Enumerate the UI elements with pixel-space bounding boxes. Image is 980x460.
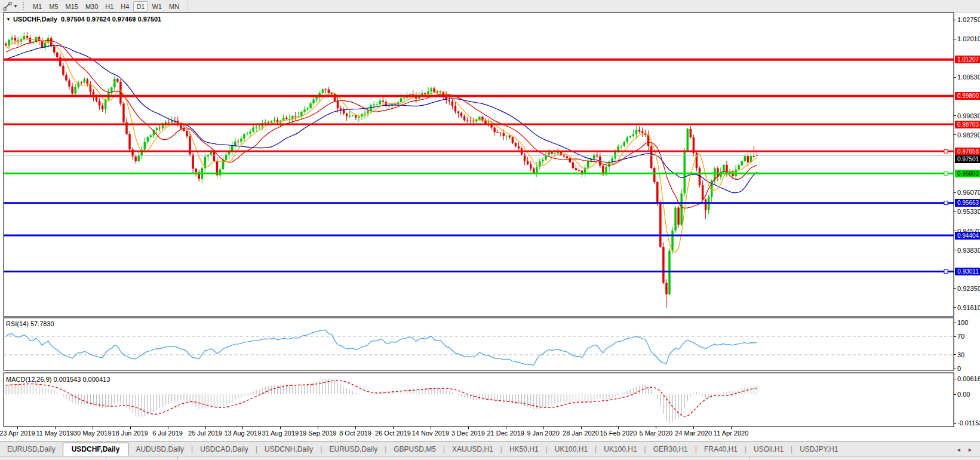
chart-title: ▼USDCHF,Daily 0.97504 0.97624 0.97469 0.…	[6, 16, 161, 23]
tab-USDCNH-Daily[interactable]: USDCNH,Daily	[257, 443, 320, 456]
macd-axis-label: -0.011531	[957, 419, 980, 427]
price-axis-label: 0.91610	[957, 304, 980, 311]
tab-EURUSD-Daily[interactable]: EURUSD,Daily	[322, 443, 385, 456]
date-axis-tick	[205, 427, 206, 429]
date-axis-label: 11 Apr 2020	[703, 430, 758, 437]
tab-FRA40-H1[interactable]: FRA40,H1	[697, 443, 745, 456]
price-axis-tick	[954, 211, 956, 212]
horizontal-level-lines[interactable]	[4, 60, 954, 274]
tab-UK100-H1[interactable]: UK100,H1	[548, 443, 595, 456]
level-price-label[interactable]: 0.99800	[955, 92, 980, 100]
level-price-label[interactable]: 0.93011	[955, 268, 980, 275]
tab-USDCAD-Daily[interactable]: USDCAD,Daily	[193, 443, 256, 456]
date-axis-tick	[242, 427, 243, 429]
price-axis-tick	[954, 39, 956, 39]
macd-axis-tick	[954, 394, 956, 395]
tab-USDCHF-Daily[interactable]: USDCHF,Daily	[63, 443, 129, 456]
level-price-label[interactable]: 0.96803	[955, 170, 980, 177]
rsi-axis-label: 70	[957, 333, 980, 340]
date-axis-tick	[431, 427, 431, 429]
rsi-axis-tick	[954, 354, 956, 355]
date-axis-tick	[581, 427, 582, 429]
status-bar-separator	[106, 456, 106, 460]
price-axis-label: 0.98290	[957, 131, 980, 139]
date-axis-tick	[280, 427, 281, 429]
tab-GBPUSD-M5[interactable]: GBPUSD,M5	[386, 443, 443, 456]
date-axis-tick	[656, 427, 656, 429]
price-axis-tick	[954, 307, 956, 308]
rsi-axis-label: 100	[957, 319, 980, 326]
rsi-axis-label: 30	[957, 351, 980, 358]
date-axis-tick	[130, 427, 131, 429]
chart-ohlc-values: 0.97504 0.97624 0.97469 0.97501	[61, 16, 161, 23]
date-axis-tick	[693, 427, 694, 429]
macd-histogram	[6, 379, 757, 423]
date-axis-tick	[318, 427, 318, 429]
symbol-tabs: EURUSD,DailyUSDCHF,DailyAUDUSD,Daily|USD…	[0, 443, 846, 456]
price-axis-tick	[954, 77, 956, 78]
chart-symbol-period: USDCHF,Daily	[13, 16, 57, 23]
price-axis-label: 0.92350	[957, 285, 980, 292]
price-axis-tick	[954, 115, 956, 116]
price-axis-label: 1.00530	[957, 73, 980, 81]
rsi-axis-tick	[954, 336, 956, 337]
price-axis-tick	[954, 20, 956, 20]
date-axis-tick	[543, 427, 544, 429]
level-price-label[interactable]: 1.01207	[955, 56, 980, 63]
macd-axis-label: 0.006167	[957, 375, 980, 382]
date-axis-tick	[93, 427, 93, 429]
date-axis-tick	[168, 427, 168, 429]
trading-platform-window: ▼ M1M5M15M30H1H4D1W1MN ▼USDCHF,Daily 0.9…	[0, 0, 980, 460]
price-axis-tick	[954, 192, 956, 193]
date-axis-tick	[506, 427, 506, 429]
date-axis-tick	[468, 427, 469, 429]
price-axis-label: 0.99030	[957, 112, 980, 119]
date-axis-tick	[17, 427, 18, 429]
tab-USDJPY-H1[interactable]: USDJPY,H1	[792, 443, 845, 456]
rsi-line	[6, 330, 757, 365]
price-axis-label: 1.02750	[957, 16, 980, 23]
price-axis-tick	[954, 250, 956, 250]
date-axis-tick	[731, 427, 732, 429]
level-price-label[interactable]: 0.98703	[955, 121, 980, 128]
level-price-label[interactable]: 0.97658	[955, 148, 980, 155]
tab-UK100-H1[interactable]: UK100,H1	[597, 443, 644, 456]
tab-USOil-H1[interactable]: USOil,H1	[746, 443, 791, 456]
tab-HK50-H1[interactable]: HK50,H1	[502, 443, 546, 456]
price-axis-tick	[954, 288, 956, 289]
candlesticks[interactable]	[5, 32, 758, 308]
tab-AUDUSD-Daily[interactable]: AUDUSD,Daily	[128, 443, 191, 456]
price-axis-label: 0.96070	[957, 189, 980, 196]
macd-axis-label: 0.00	[957, 391, 980, 398]
tab-XAUUSD-H1[interactable]: XAUUSD,H1	[445, 443, 500, 456]
chart-plot-area[interactable]	[0, 0, 980, 441]
price-axis-label: 0.93830	[957, 247, 980, 254]
pane-borders	[4, 13, 954, 427]
ma-fast-line	[6, 39, 757, 252]
tab-GER30-H1[interactable]: GER30,H1	[646, 443, 695, 456]
macd-axis-tick	[954, 423, 956, 424]
symbol-tab-bar: EURUSD,DailyUSDCHF,DailyAUDUSD,Daily|USD…	[0, 441, 980, 456]
date-axis-tick	[355, 427, 356, 429]
current-price-label: 0.97501	[955, 155, 980, 163]
tab-scroll-left-icon[interactable]: ◄	[956, 447, 961, 453]
rsi-axis-tick	[954, 369, 956, 369]
level-price-label[interactable]: 0.95663	[955, 199, 980, 207]
rsi-indicator-label: RSI(14) 57.7830	[6, 320, 54, 327]
status-bar-separator	[749, 456, 749, 460]
rsi-axis-label: 0	[957, 365, 980, 372]
tab-EURUSD-Daily[interactable]: EURUSD,Daily	[0, 443, 63, 456]
price-axis-tick	[954, 134, 956, 135]
date-axis-tick	[393, 427, 394, 429]
macd-indicator-label: MACD(12,26,9) 0.001543 0.000413	[6, 376, 110, 383]
level-price-label[interactable]: 0.94404	[955, 232, 980, 240]
date-axis-tick	[618, 427, 619, 429]
price-axis-label: 0.95330	[957, 208, 980, 215]
ma-slow-line	[6, 45, 757, 193]
status-bar-separator	[177, 456, 178, 460]
tab-scroll-right-icon[interactable]: ►	[967, 447, 973, 453]
tab-scroll-arrows: ◄ ►	[954, 447, 975, 456]
date-axis-tick	[55, 427, 56, 429]
macd-signal-line	[6, 381, 757, 416]
collapse-chart-icon[interactable]: ▼	[6, 17, 11, 22]
